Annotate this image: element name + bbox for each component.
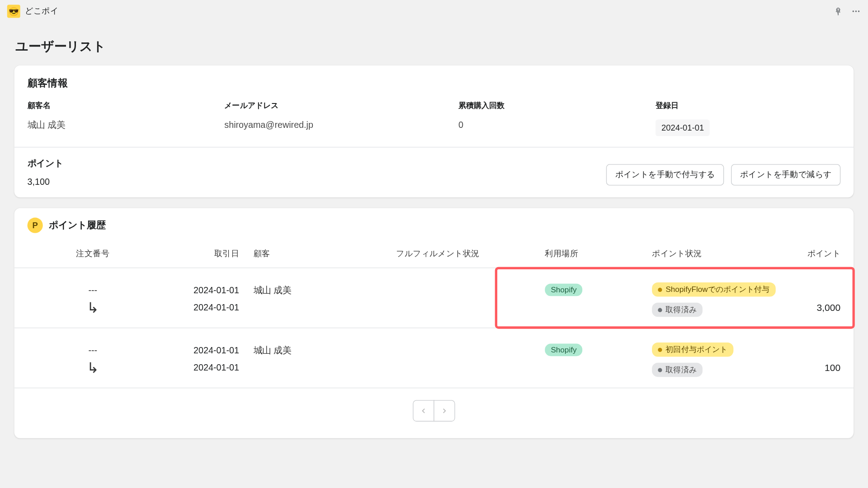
transaction-date-secondary: 2024-01-01	[158, 362, 239, 372]
transaction-date-secondary: 2024-01-01	[158, 302, 239, 312]
topbar: 😎 どこポイ	[0, 0, 868, 23]
row-points: 100	[807, 339, 840, 377]
row-customer: 城山 成美	[254, 339, 396, 356]
app-icon: 😎	[7, 5, 20, 18]
value-purchase-count: 0	[458, 119, 643, 129]
svg-point-4	[858, 10, 860, 12]
transaction-date-primary: 2024-01-01	[158, 285, 239, 295]
col-fulfillment: フルフィルメント状況	[396, 249, 545, 259]
history-table-header: 注文番号 取引日 顧客 フルフィルメント状況 利用場所 ポイント状況 ポイント	[14, 238, 854, 268]
chevron-right-icon	[440, 407, 448, 415]
grant-points-button[interactable]: ポイントを手動で付与する	[606, 164, 724, 185]
svg-point-2	[853, 10, 854, 12]
col-status: ポイント状況	[652, 249, 807, 259]
status-pill-reason: ShopifyFlowでのポイント付与	[652, 282, 775, 297]
next-page-button[interactable]	[434, 400, 455, 422]
col-order: 注文番号	[28, 249, 158, 259]
status-pill-state: 取得済み	[652, 363, 703, 377]
label-purchase-count: 累積購入回数	[458, 100, 643, 111]
history-row: --- ↳ 2024-01-01 2024-01-01 城山 成美 Shopif…	[14, 328, 854, 388]
label-registered: 登録日	[656, 100, 840, 111]
chevron-left-icon	[420, 407, 428, 415]
label-points: ポイント	[28, 158, 63, 169]
value-points: 3,100	[28, 177, 63, 187]
order-number: ---	[28, 285, 158, 295]
points-history-card: P ポイント履歴 注文番号 取引日 顧客 フルフィルメント状況 利用場所 ポイン…	[14, 208, 854, 438]
customer-info-title: 顧客情報	[28, 76, 841, 89]
svg-point-3	[855, 10, 857, 12]
page-title: ユーザーリスト	[15, 38, 854, 55]
transaction-date-primary: 2024-01-01	[158, 345, 239, 355]
app-name: どこポイ	[25, 6, 58, 17]
location-pill: Shopify	[545, 284, 582, 296]
points-badge-icon: P	[28, 218, 43, 233]
sub-arrow-icon: ↳	[28, 360, 158, 376]
value-customer-name: 城山 成美	[28, 119, 212, 131]
col-customer: 顧客	[254, 249, 396, 259]
value-registered: 2024-01-01	[656, 119, 710, 136]
value-email: shiroyama@rewired.jp	[224, 119, 446, 129]
more-icon[interactable]	[851, 6, 861, 16]
col-location: 利用場所	[545, 249, 652, 259]
prev-page-button[interactable]	[413, 400, 434, 422]
status-pill-state: 取得済み	[652, 303, 703, 317]
col-date: 取引日	[158, 249, 254, 259]
row-points: 3,000	[807, 279, 840, 317]
order-number: ---	[28, 345, 158, 355]
col-points: ポイント	[807, 249, 840, 259]
label-customer-name: 顧客名	[28, 100, 212, 111]
history-row: --- ↳ 2024-01-01 2024-01-01 城山 成美 Shopif…	[14, 268, 854, 328]
sub-arrow-icon: ↳	[28, 300, 158, 316]
pagination	[14, 388, 854, 438]
pin-icon[interactable]	[833, 6, 843, 16]
status-pill-reason: 初回付与ポイント	[652, 343, 733, 357]
row-customer: 城山 成美	[254, 279, 396, 296]
label-email: メールアドレス	[224, 100, 446, 111]
reduce-points-button[interactable]: ポイントを手動で減らす	[731, 164, 840, 185]
customer-info-card: 顧客情報 顧客名 城山 成美 メールアドレス shiroyama@rewired…	[14, 66, 854, 197]
location-pill: Shopify	[545, 344, 582, 357]
points-history-title: ポイント履歴	[49, 219, 106, 232]
